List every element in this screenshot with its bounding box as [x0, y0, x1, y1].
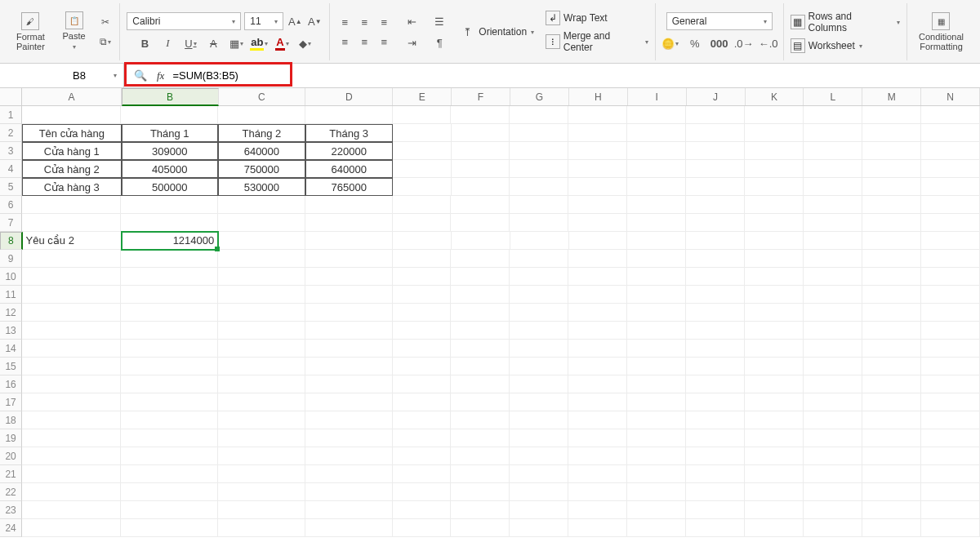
cell-F2[interactable]	[452, 124, 510, 142]
cell-L12[interactable]	[804, 304, 862, 322]
cell-I12[interactable]	[627, 304, 686, 322]
cell-J5[interactable]	[686, 178, 745, 196]
cell-L24[interactable]	[804, 519, 862, 537]
cell-D4[interactable]: 640000	[305, 160, 393, 178]
cell-D9[interactable]	[305, 250, 393, 268]
cell-D19[interactable]	[305, 429, 393, 447]
increase-decimal-icon[interactable]: .0→	[736, 35, 752, 51]
cell-G4[interactable]	[510, 160, 568, 178]
cell-J10[interactable]	[686, 268, 745, 286]
cell-M6[interactable]	[862, 196, 921, 214]
cell-K10[interactable]	[745, 268, 804, 286]
cell-M9[interactable]	[862, 250, 921, 268]
cell-N1[interactable]	[921, 106, 980, 124]
cell-A5[interactable]: Cửa hàng 3	[22, 178, 121, 196]
cell-H3[interactable]	[568, 142, 627, 160]
cell-A2[interactable]: Tên cửa hàng	[22, 124, 121, 142]
cell-L23[interactable]	[804, 501, 862, 519]
cell-C12[interactable]	[218, 304, 305, 322]
cell-M14[interactable]	[862, 340, 921, 358]
column-header-F[interactable]: F	[452, 88, 510, 105]
cell-J11[interactable]	[686, 286, 745, 304]
cell-M18[interactable]	[862, 411, 921, 429]
cell-F6[interactable]	[451, 196, 510, 214]
name-box[interactable]: ▾	[0, 64, 124, 87]
comma-icon[interactable]: 000	[711, 35, 728, 51]
cell-B4[interactable]: 405000	[122, 160, 218, 178]
cell-M21[interactable]	[862, 465, 921, 483]
cell-D13[interactable]	[305, 322, 393, 340]
cell-H15[interactable]	[568, 358, 627, 375]
fill-color-icon[interactable]: ◆▾	[296, 35, 313, 51]
column-header-H[interactable]: H	[569, 88, 628, 105]
align-bottom-icon[interactable]: ≡	[376, 14, 392, 30]
cell-K7[interactable]	[745, 214, 804, 232]
cell-K16[interactable]	[745, 375, 804, 393]
cell-D17[interactable]	[305, 393, 393, 411]
shrink-font-icon[interactable]: A▼	[306, 13, 323, 29]
cell-B10[interactable]	[121, 268, 217, 286]
cell-N9[interactable]	[921, 250, 980, 268]
rtl-icon[interactable]: ¶	[431, 34, 448, 51]
cell-I23[interactable]	[627, 501, 686, 519]
cell-J8[interactable]	[686, 232, 745, 250]
cell-K13[interactable]	[745, 322, 804, 340]
cell-L19[interactable]	[804, 429, 862, 447]
cell-I4[interactable]	[627, 160, 686, 178]
cell-I7[interactable]	[627, 214, 686, 232]
cell-M19[interactable]	[862, 429, 921, 447]
cell-K23[interactable]	[745, 501, 804, 519]
cell-G1[interactable]	[510, 106, 568, 124]
cell-L17[interactable]	[804, 393, 862, 411]
align-left-icon[interactable]: ≡	[336, 33, 353, 50]
cell-E11[interactable]	[393, 286, 452, 304]
cell-N12[interactable]	[921, 304, 980, 322]
cell-K8[interactable]	[745, 232, 804, 250]
cell-F21[interactable]	[451, 465, 510, 483]
cell-J1[interactable]	[686, 106, 745, 124]
cell-B16[interactable]	[121, 375, 217, 393]
cell-E5[interactable]	[393, 178, 452, 196]
cell-I5[interactable]	[627, 178, 686, 196]
cell-J17[interactable]	[686, 393, 745, 411]
cell-I8[interactable]	[627, 232, 686, 250]
name-box-chevron-icon[interactable]: ▾	[114, 72, 117, 79]
cell-I14[interactable]	[627, 340, 686, 358]
cell-C2[interactable]: Tháng 2	[218, 124, 305, 142]
cell-N19[interactable]	[921, 429, 980, 447]
cell-L18[interactable]	[804, 411, 862, 429]
cell-L3[interactable]	[804, 142, 862, 160]
cell-D20[interactable]	[305, 447, 393, 465]
orientation-button[interactable]: ⤒ Orientation▾	[459, 24, 534, 40]
cell-E17[interactable]	[393, 393, 452, 411]
row-header-23[interactable]: 23	[0, 501, 22, 519]
cell-B20[interactable]	[121, 447, 217, 465]
cell-E16[interactable]	[393, 375, 452, 393]
worksheet-grid[interactable]: ABCDEFGHIJKLMN 12Tên cửa hàngTháng 1Thán…	[0, 88, 980, 551]
row-header-18[interactable]: 18	[0, 411, 22, 429]
cell-L6[interactable]	[804, 196, 862, 214]
font-name-select[interactable]: Calibri▾	[127, 12, 241, 30]
cell-E6[interactable]	[393, 196, 452, 214]
cell-D21[interactable]	[305, 465, 393, 483]
cell-G10[interactable]	[510, 268, 568, 286]
cell-L2[interactable]	[804, 124, 862, 142]
cell-J3[interactable]	[686, 142, 745, 160]
cell-A22[interactable]	[22, 483, 121, 501]
cell-C5[interactable]: 530000	[218, 178, 305, 196]
cell-N24[interactable]	[921, 519, 980, 537]
cell-C8[interactable]	[218, 232, 305, 250]
cell-J14[interactable]	[686, 340, 745, 358]
cell-G23[interactable]	[510, 501, 568, 519]
cell-G14[interactable]	[510, 340, 568, 358]
cell-B24[interactable]	[121, 519, 217, 537]
cell-G5[interactable]	[510, 178, 568, 196]
cell-M24[interactable]	[862, 519, 921, 537]
cell-K3[interactable]	[745, 142, 804, 160]
cell-C6[interactable]	[218, 196, 305, 214]
cell-B7[interactable]	[121, 214, 217, 232]
cell-J23[interactable]	[686, 501, 745, 519]
cell-E1[interactable]	[393, 106, 452, 124]
highlight-icon[interactable]: ab▾	[251, 35, 267, 51]
cell-H8[interactable]	[569, 232, 628, 250]
